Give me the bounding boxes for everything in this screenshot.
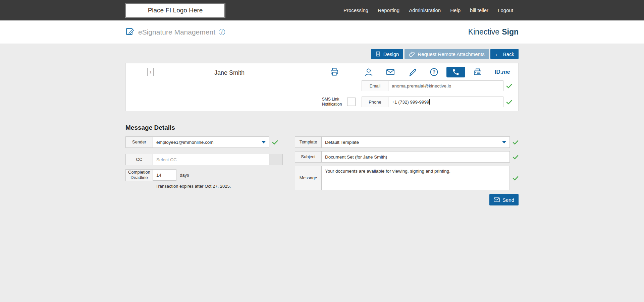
nav-administration[interactable]: Administration <box>409 7 441 13</box>
phone-label: Phone <box>362 97 388 107</box>
chevron-down-icon <box>262 141 266 143</box>
document-icon <box>375 51 381 57</box>
actions-row: Design Request Remote Attachments ← Back <box>125 49 519 59</box>
message-row: Message Your documents are available for… <box>295 166 519 190</box>
cc-row: CC <box>125 154 284 165</box>
envelope-icon <box>386 67 395 77</box>
email-input[interactable] <box>388 80 503 91</box>
app-header: eSignature Management i KinectiveSign <box>0 20 644 44</box>
template-valid-check-icon <box>513 140 519 145</box>
printer-icon <box>330 67 339 76</box>
subject-row: Subject <box>295 151 519 163</box>
delivery-kba-button[interactable]: ? <box>429 67 439 77</box>
email-row: Email <box>362 80 512 91</box>
delivery-signature-button[interactable] <box>408 67 417 77</box>
send-envelope-icon <box>494 197 500 202</box>
print-button[interactable] <box>330 67 339 77</box>
completion-deadline-input[interactable] <box>153 169 176 181</box>
email-valid-check-icon <box>506 83 512 88</box>
phone-row: Phone +1 (732) 999-9999 <box>362 97 512 107</box>
topbar: Place FI Logo Here Processing Reporting … <box>0 0 644 20</box>
brand-regular: Kinective <box>468 27 499 36</box>
delivery-fax-button[interactable] <box>473 67 482 77</box>
sms-link-notification-label: SMS Link Notification <box>322 97 342 107</box>
signature-pen-icon <box>408 67 417 77</box>
phone-input[interactable]: +1 (732) 999-9999 <box>388 97 503 107</box>
recipient-name: Jane Smith <box>214 69 245 76</box>
nav-processing[interactable]: Processing <box>343 7 368 13</box>
sms-link-notification-checkbox[interactable] <box>347 98 356 106</box>
page-title: eSignature Management <box>138 28 215 36</box>
back-arrow-icon: ← <box>495 51 500 57</box>
brand-bold: Sign <box>502 27 519 36</box>
message-label: Message <box>295 166 322 190</box>
nav-help[interactable]: Help <box>450 7 461 13</box>
send-row: Send <box>295 194 519 205</box>
text-cursor <box>429 99 430 105</box>
sender-row: Sender employee1@immonline.com <box>125 136 284 148</box>
sender-select[interactable]: employee1@immonline.com <box>153 136 269 148</box>
delivery-email-button[interactable] <box>386 67 395 77</box>
subject-input[interactable] <box>322 151 510 163</box>
svg-text:?: ? <box>432 69 435 75</box>
request-remote-attachments-button[interactable]: Request Remote Attachments <box>405 49 489 59</box>
nav-logout[interactable]: Logout <box>498 7 513 13</box>
sender-label: Sender <box>125 136 153 148</box>
question-circle-icon: ? <box>429 67 439 77</box>
back-button[interactable]: ← Back <box>490 49 519 59</box>
delivery-sms-button[interactable] <box>446 67 465 77</box>
email-label: Email <box>362 80 388 91</box>
nav-reporting[interactable]: Reporting <box>378 7 399 13</box>
template-label: Template <box>295 136 322 148</box>
top-nav: Processing Reporting Administration Help… <box>343 7 519 13</box>
fi-logo-placeholder: Place FI Logo Here <box>125 3 225 17</box>
info-icon[interactable]: i <box>219 29 225 35</box>
chevron-down-icon <box>502 141 506 143</box>
delivery-methods: ? ID.me <box>364 67 510 77</box>
page-number-icon: 1 <box>147 68 154 76</box>
message-textarea[interactable]: Your documents are available for viewing… <box>322 166 510 190</box>
message-details-form: Sender employee1@immonline.com CC <box>125 136 519 205</box>
phone-valid-check-icon <box>506 100 512 105</box>
completion-deadline-row: Completion Deadline days <box>125 169 284 181</box>
recipient-card: 1 Jane Smith <box>125 63 519 111</box>
main-content: Design Request Remote Attachments ← Back… <box>0 44 644 205</box>
cc-add-disabled-box <box>269 154 283 165</box>
phone-icon <box>452 68 460 76</box>
sender-valid-check-icon <box>272 140 278 145</box>
template-select[interactable]: Default Template <box>322 136 510 148</box>
person-icon <box>364 67 373 77</box>
cc-label: CC <box>125 154 153 165</box>
expiration-note: Transaction expires after Oct 27, 2025. <box>156 184 284 189</box>
template-row: Template Default Template <box>295 136 519 148</box>
nav-user[interactable]: bill teller <box>470 7 488 13</box>
message-details-heading: Message Details <box>125 124 519 131</box>
days-unit-label: days <box>180 173 189 178</box>
cc-input[interactable] <box>153 154 269 165</box>
paperclip-icon <box>409 51 415 57</box>
esignature-doc-icon <box>125 27 135 38</box>
subject-label: Subject <box>295 151 322 163</box>
fax-icon <box>473 67 482 77</box>
delivery-idme-button[interactable]: ID.me <box>495 67 510 77</box>
message-valid-check-icon <box>513 176 519 181</box>
delivery-inperson-button[interactable] <box>364 67 373 77</box>
design-button[interactable]: Design <box>371 49 404 59</box>
subject-valid-check-icon <box>513 155 519 160</box>
brand-logo: KinectiveSign <box>468 27 519 37</box>
idme-logo: ID.me <box>495 69 510 75</box>
completion-deadline-label: Completion Deadline <box>125 169 153 181</box>
send-button[interactable]: Send <box>489 194 519 205</box>
